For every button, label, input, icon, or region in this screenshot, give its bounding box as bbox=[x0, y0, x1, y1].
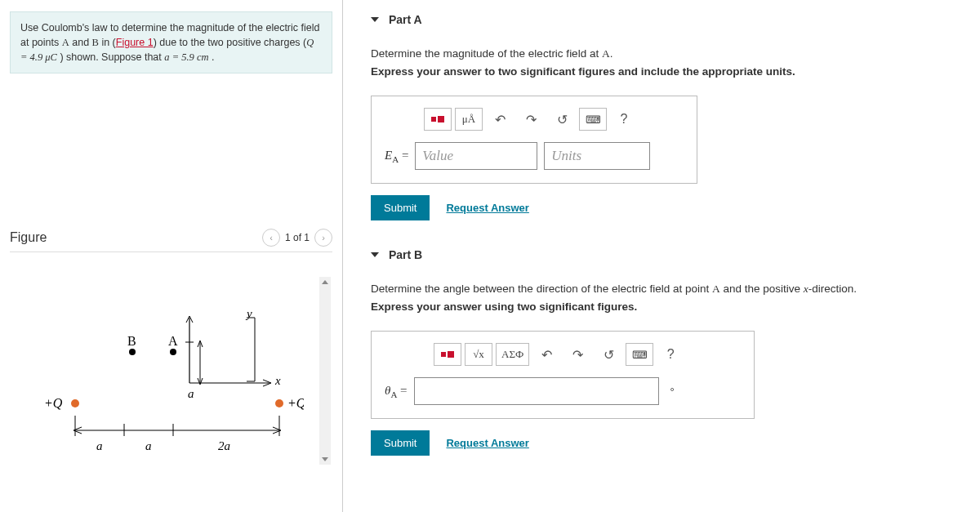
pb-p1: Determine the angle between the directio… bbox=[371, 283, 712, 295]
a-mid: a bbox=[188, 387, 194, 400]
undo-icon[interactable]: ↶ bbox=[532, 343, 560, 366]
greek-button[interactable]: ΑΣФ bbox=[496, 343, 529, 366]
submit-button[interactable]: Submit bbox=[371, 195, 430, 220]
part-b-header[interactable]: Part B bbox=[371, 243, 964, 269]
redo-icon[interactable]: ↷ bbox=[517, 108, 545, 131]
ea-e: E bbox=[385, 149, 392, 162]
part-b-answer-box: √x ΑΣФ ↶ ↷ ↺ ⌨ ? θA = ° bbox=[371, 331, 755, 419]
label-b: B bbox=[127, 334, 136, 348]
pb-p2: A bbox=[712, 283, 720, 295]
help-button[interactable]: ? bbox=[657, 343, 684, 366]
svg-point-7 bbox=[275, 399, 283, 407]
x-label: x bbox=[274, 374, 281, 387]
part-a-header[interactable]: Part A bbox=[371, 8, 964, 34]
ea-sub: A bbox=[392, 154, 399, 164]
plus-q-right: +Q bbox=[287, 396, 304, 410]
next-figure-button[interactable]: › bbox=[314, 229, 332, 247]
value-input[interactable] bbox=[415, 142, 537, 170]
reset-icon[interactable]: ↺ bbox=[595, 343, 622, 366]
part-a-prompt: Determine the magnitude of the electric … bbox=[371, 47, 964, 60]
figure-link[interactable]: Figure 1 bbox=[116, 37, 154, 48]
part-a-label: EA = bbox=[385, 149, 408, 164]
part-a: Part A Determine the magnitude of the el… bbox=[371, 8, 964, 220]
figure-section: Figure ‹ 1 of 1 › y x a bbox=[10, 229, 332, 465]
pager-text: 1 of 1 bbox=[285, 232, 310, 243]
y-label: y bbox=[245, 307, 252, 320]
redo-icon[interactable]: ↷ bbox=[564, 343, 591, 366]
figure-canvas: y x a a B A bbox=[10, 277, 332, 465]
pb-p5: -direction. bbox=[808, 283, 857, 295]
templates-button[interactable] bbox=[424, 108, 452, 131]
part-a-toolbar: μÅ ↶ ↷ ↺ ⌨ ? bbox=[424, 108, 684, 131]
part-b-input-row: θA = ° bbox=[385, 377, 741, 405]
figure-pager: ‹ 1 of 1 › bbox=[262, 229, 332, 247]
reset-icon[interactable]: ↺ bbox=[548, 108, 576, 131]
txt-dot: . bbox=[209, 51, 215, 63]
pa-p3: . bbox=[610, 47, 613, 60]
part-b-title: Part B bbox=[389, 248, 422, 261]
part-a-title: Part A bbox=[389, 13, 422, 26]
point-a: A bbox=[62, 37, 69, 48]
angle-input[interactable] bbox=[414, 377, 659, 405]
part-b-submit-row: Submit Request Answer bbox=[371, 430, 964, 456]
help-button[interactable]: ? bbox=[610, 108, 638, 131]
figure-header: Figure ‹ 1 of 1 › bbox=[10, 229, 332, 252]
part-b-instruct: Express your answer using two significan… bbox=[371, 301, 964, 313]
pa-p2: A bbox=[602, 47, 610, 60]
caret-down-icon bbox=[371, 17, 379, 22]
part-a-instruct: Express your answer to two significant f… bbox=[371, 65, 964, 78]
part-b: Part B Determine the angle between the d… bbox=[371, 243, 964, 456]
caret-down-icon bbox=[371, 252, 379, 257]
txt-and: and bbox=[69, 37, 92, 48]
a2: a bbox=[145, 439, 152, 452]
request-answer-link[interactable]: Request Answer bbox=[446, 437, 528, 449]
a1: a bbox=[96, 439, 103, 452]
sqrt-button[interactable]: √x bbox=[465, 343, 492, 366]
figure-scrollbar[interactable] bbox=[319, 277, 331, 465]
a-eq: a = 5.9 cm bbox=[164, 51, 208, 63]
degree-symbol: ° bbox=[670, 385, 675, 398]
templates-button[interactable] bbox=[434, 343, 461, 366]
part-a-answer-box: μÅ ↶ ↷ ↺ ⌨ ? EA = bbox=[371, 96, 697, 184]
plus-q-left: +Q bbox=[44, 396, 63, 410]
keyboard-icon[interactable]: ⌨ bbox=[579, 108, 607, 131]
undo-icon[interactable]: ↶ bbox=[486, 108, 514, 131]
th-eq: = bbox=[397, 384, 407, 397]
keyboard-icon[interactable]: ⌨ bbox=[626, 343, 653, 366]
part-b-label: θA = bbox=[385, 384, 408, 399]
two-a: 2a bbox=[218, 439, 230, 452]
left-column: Use Coulomb's law to determine the magni… bbox=[0, 0, 343, 512]
txt-3: ) shown. Suppose that bbox=[57, 51, 164, 63]
txt-2: ) due to the two positive charges ( bbox=[154, 37, 307, 48]
ea-eq: = bbox=[399, 149, 408, 162]
point-b: B bbox=[92, 37, 99, 48]
part-b-toolbar: √x ΑΣФ ↶ ↷ ↺ ⌨ ? bbox=[434, 343, 741, 366]
prev-figure-button[interactable]: ‹ bbox=[262, 229, 280, 247]
svg-point-4 bbox=[129, 349, 136, 355]
request-answer-link[interactable]: Request Answer bbox=[446, 202, 528, 214]
pb-p3: and the positive bbox=[720, 283, 804, 295]
label-a: A bbox=[168, 334, 178, 348]
part-a-input-row: EA = bbox=[385, 142, 684, 170]
pa-p1: Determine the magnitude of the electric … bbox=[371, 47, 602, 60]
figure-diagram: y x a a B A bbox=[26, 293, 304, 456]
units-input[interactable] bbox=[544, 142, 650, 170]
submit-button[interactable]: Submit bbox=[371, 430, 430, 456]
units-button[interactable]: μÅ bbox=[455, 108, 483, 131]
problem-statement: Use Coulomb's law to determine the magni… bbox=[10, 11, 332, 73]
txt-in: in ( bbox=[99, 37, 116, 48]
right-column: Part A Determine the magnitude of the el… bbox=[343, 0, 980, 512]
figure-title: Figure bbox=[10, 230, 47, 245]
part-b-prompt: Determine the angle between the directio… bbox=[371, 283, 964, 296]
svg-point-5 bbox=[170, 349, 176, 355]
svg-point-6 bbox=[71, 399, 79, 407]
part-a-submit-row: Submit Request Answer bbox=[371, 195, 964, 220]
